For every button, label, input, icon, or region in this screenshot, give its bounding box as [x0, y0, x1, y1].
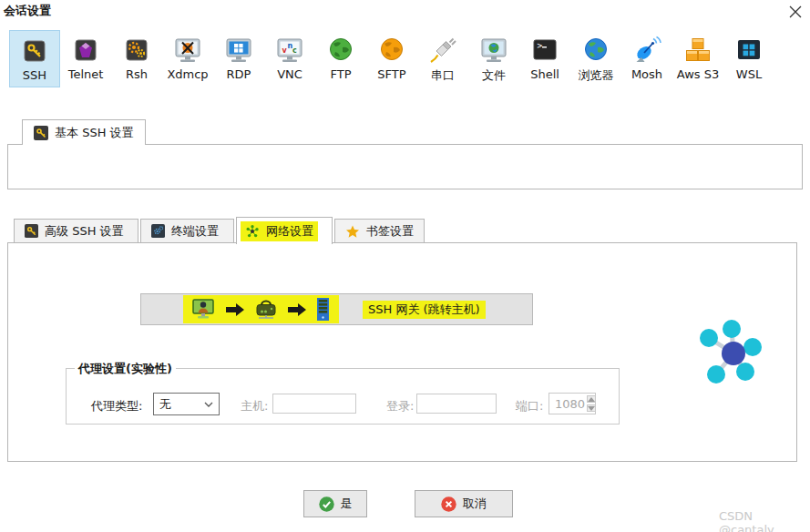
gateway-button-label: SSH 网关 (跳转主机) [363, 301, 486, 319]
protocol-label: Rsh [126, 67, 148, 81]
check-circle-icon [319, 496, 334, 512]
tab-advanced-ssh-settings[interactable]: 高级 SSH 设置 [14, 219, 138, 242]
protocol-item-sftp[interactable]: SFTP [366, 30, 417, 87]
protocol-label: SSH [23, 68, 46, 82]
ssh-key-icon [20, 36, 49, 66]
ftp-globe-icon [326, 36, 355, 65]
star-icon [345, 224, 360, 239]
protocol-item-telnet[interactable]: Telnet [60, 30, 111, 87]
protocol-item-browser[interactable]: 浏览器 [570, 30, 621, 87]
yes-button-label: 是 [341, 496, 353, 512]
browser-globe-icon [581, 36, 610, 65]
rdp-monitor-icon [224, 36, 253, 65]
gateway-chain-icons [183, 295, 339, 323]
protocol-label: Xdmcp [167, 67, 208, 81]
vnc-monitor-icon: vnc [275, 36, 304, 65]
spin-down-icon [588, 406, 595, 411]
protocol-label: Mosh [631, 67, 662, 81]
proxy-group-title: 代理设置(实验性) [75, 361, 176, 377]
protocol-item-ftp[interactable]: FTP [315, 30, 366, 87]
ssh-gateway-button[interactable]: SSH 网关 (跳转主机) [140, 293, 533, 325]
protocol-label: FTP [330, 67, 351, 81]
file-monitor-globe-icon [479, 36, 508, 65]
rsh-gears-icon [122, 36, 151, 65]
protocol-label: Shell [530, 67, 559, 81]
tab-label: 网络设置 [266, 223, 313, 240]
protocol-selector: SSH Telnet Rsh Xdmcp RDP vnc VNC FTP [9, 30, 774, 87]
svg-text:c: c [292, 46, 297, 55]
server-rack-icon [316, 297, 330, 322]
protocol-label: RDP [227, 67, 251, 81]
protocol-label: 浏览器 [579, 67, 614, 84]
tab-label: 终端设置 [171, 223, 219, 240]
proxy-port-value: 1080 [549, 394, 585, 414]
protocol-label: Aws S3 [677, 67, 719, 81]
desktop-user-icon [192, 298, 216, 322]
proxy-type-value: 无 [159, 396, 204, 413]
chevron-down-icon [204, 402, 213, 407]
network-nodes-icon [245, 224, 260, 239]
proxy-host-label: 主机: [241, 398, 268, 414]
protocol-item-shell[interactable]: > Shell [519, 30, 570, 87]
spin-up-icon [588, 397, 595, 402]
tab-label: 书签设置 [366, 223, 414, 240]
cancel-button[interactable]: 取消 [415, 490, 513, 517]
tab-basic-ssh-settings[interactable]: 基本 SSH 设置 [22, 119, 146, 145]
wsl-windows-icon [734, 36, 764, 65]
proxy-port-up-button[interactable] [587, 395, 596, 403]
protocol-label: 文件 [482, 67, 506, 84]
protocol-item-mosh[interactable]: Mosh [621, 30, 672, 87]
page-title: 会话设置 [4, 3, 51, 19]
tab-label: 高级 SSH 设置 [45, 223, 124, 240]
shell-terminal-icon: > [530, 36, 559, 65]
watermark: CSDN @cantaly [719, 509, 810, 532]
proxy-login-input[interactable] [416, 394, 497, 414]
protocol-item-file[interactable]: 文件 [468, 30, 519, 87]
ssh-key-icon [34, 126, 48, 140]
proxy-port-spinner[interactable]: 1080 [549, 393, 596, 414]
mosh-satellite-icon [632, 36, 661, 65]
basic-settings-panel [7, 144, 803, 189]
yes-button[interactable]: 是 [303, 490, 367, 517]
svg-text:>: > [537, 42, 543, 50]
aws-s3-boxes-icon [683, 36, 713, 65]
tab-network-settings[interactable]: 网络设置 [236, 217, 333, 244]
protocol-label: Telnet [68, 67, 104, 81]
serial-plug-icon [428, 36, 457, 65]
protocol-label: 串口 [431, 67, 455, 84]
network-cluster-icon [695, 319, 770, 390]
tab-bookmark-settings[interactable]: 书签设置 [334, 219, 425, 242]
cancel-button-label: 取消 [463, 496, 487, 512]
proxy-type-select[interactable]: 无 [153, 393, 220, 415]
protocol-item-aws-s3[interactable]: Aws S3 [672, 30, 723, 87]
proxy-host-input[interactable] [272, 394, 356, 414]
xdmcp-monitor-icon [173, 36, 202, 65]
close-icon[interactable] [789, 5, 804, 20]
arrow-right-icon [226, 303, 244, 316]
x-circle-icon [441, 496, 456, 512]
protocol-item-rdp[interactable]: RDP [213, 30, 264, 87]
protocol-item-wsl[interactable]: WSL [723, 30, 774, 87]
protocol-label: SFTP [377, 67, 405, 81]
telnet-gem-icon [71, 36, 100, 65]
terminal-gear-icon [151, 224, 165, 238]
protocol-label: VNC [277, 67, 302, 81]
session-settings-dialog: 会话设置 SSH Telnet Rsh Xdmcp RDP vnc VNC [0, 0, 810, 532]
tab-label: 基本 SSH 设置 [55, 125, 134, 141]
protocol-item-vnc[interactable]: vnc VNC [264, 30, 315, 87]
tab-terminal-settings[interactable]: 终端设置 [140, 219, 234, 242]
protocol-label: WSL [736, 67, 762, 81]
ssh-key-icon [25, 224, 38, 238]
proxy-port-down-button[interactable] [587, 404, 596, 412]
arrow-right-icon [288, 303, 306, 316]
gateway-router-icon [254, 299, 278, 321]
proxy-type-label: 代理类型: [91, 398, 142, 414]
protocol-item-xdmcp[interactable]: Xdmcp [162, 30, 213, 87]
proxy-port-label: 端口: [516, 398, 543, 414]
proxy-login-label: 登录: [386, 398, 414, 414]
protocol-item-serial[interactable]: 串口 [417, 30, 468, 87]
network-settings-panel [7, 242, 797, 462]
protocol-item-ssh[interactable]: SSH [9, 30, 60, 87]
protocol-item-rsh[interactable]: Rsh [111, 30, 162, 87]
sftp-globe-icon [377, 36, 406, 65]
